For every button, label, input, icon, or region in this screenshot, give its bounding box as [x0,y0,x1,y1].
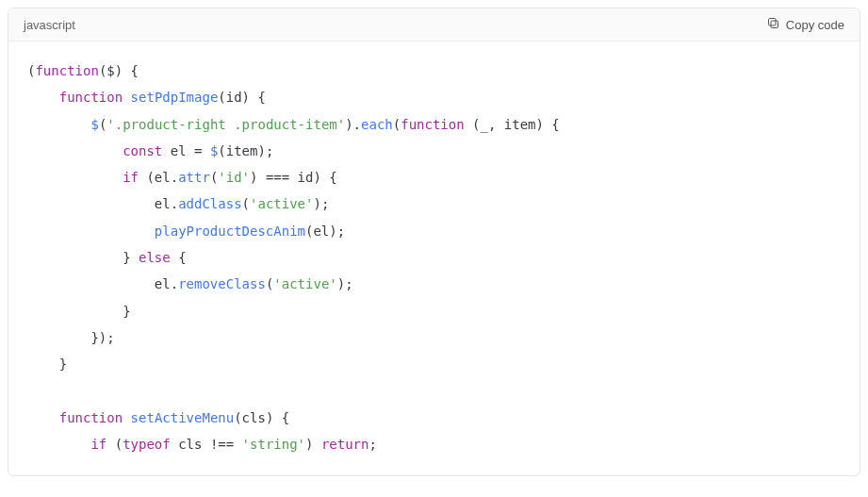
svg-rect-1 [768,19,776,26]
svg-rect-0 [771,21,778,28]
language-label: javascript [24,18,75,32]
copy-icon [766,16,780,33]
code-content[interactable]: (function($) { function setPdpImage(id) … [8,41,860,475]
code-block: javascript Copy code (function($) { func… [8,8,860,476]
copy-code-label: Copy code [786,18,844,32]
code-header: javascript Copy code [8,8,860,41]
copy-code-button[interactable]: Copy code [766,16,844,33]
